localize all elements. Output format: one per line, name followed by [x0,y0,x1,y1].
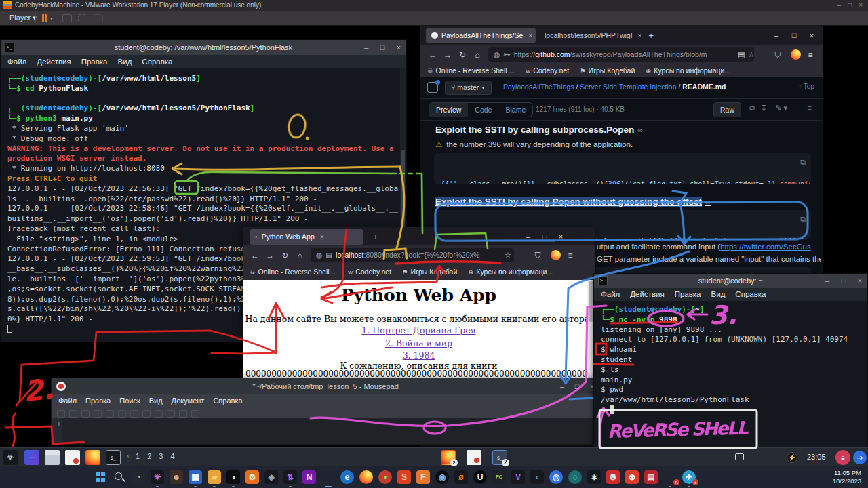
chevron-up-icon[interactable]: ＾ [125,453,131,462]
net-monitor-icon[interactable]: ◔ [130,469,146,485]
window-maximize-button[interactable]: □ [570,379,585,394]
menu-item-вид[interactable]: Вид [149,396,163,405]
menu-item-файл[interactable]: Файл [7,58,26,66]
f-app-icon[interactable]: F [415,469,431,485]
onenote-icon[interactable]: N [301,469,317,485]
terminal-titlebar[interactable]: >_ student@codeby: /var/www/html/lesson5… [1,40,406,55]
link-icon[interactable]: ∞ [637,126,643,134]
file-manager-icon[interactable] [45,450,60,465]
power-manager-icon[interactable]: ⚡ [787,452,797,463]
s-app-icon[interactable]: S [396,469,412,485]
view-tab-preview[interactable]: Preview [429,103,468,117]
book-link[interactable]: 1. Портрет Дориана Грея [243,325,595,336]
window-maximize-button[interactable]: □ [375,40,390,55]
url-bar[interactable]: ◍🗝https://github.com/swisskyrepo/Payload… [488,47,754,62]
tracking-shield-icon[interactable]: ⛉ [531,249,545,262]
menu-item-справка[interactable]: Справка [213,396,242,405]
menu-item-файл[interactable]: Файл [58,396,77,405]
window-minimize-button[interactable]: – [520,230,536,243]
new-file-icon[interactable] [57,410,65,418]
mousepad-titlebar[interactable]: *~/Рабочий стол/tmp_lesson_5 - Mousepad … [52,378,599,394]
mousepad-launcher-icon[interactable] [65,450,80,465]
kali-menu-icon[interactable]: ☣ [3,450,18,465]
menu-item-справка[interactable]: Справка [142,58,172,66]
top-link[interactable]: ↑ Top [798,83,814,90]
cinema4d-icon[interactable]: ◉ [434,469,450,485]
view-switcher[interactable]: PreviewCodeBlame [429,102,533,117]
pager-icon[interactable]: ⋯ [24,450,39,465]
firefox-account-icon[interactable] [791,49,801,60]
window-minimize-button[interactable]: – [820,273,835,288]
copy-icon[interactable]: ⧉ [800,214,806,224]
tab-close-icon[interactable]: × [638,31,641,39]
vscode-icon[interactable]: ‹ [529,469,545,485]
save-icon[interactable] [81,410,90,418]
vm-sendkeys-icon[interactable] [62,14,72,22]
forward-icon[interactable]: → [441,48,454,62]
terminal-titlebar[interactable]: >_ student@codeby: ~ – □ × [594,274,867,288]
bookmark-item[interactable]: wCodeby.net [348,268,391,276]
back-icon[interactable]: ← [248,249,262,262]
link-icon[interactable]: ∞ [705,198,711,206]
outline-icon[interactable]: ≡ [808,104,812,112]
info-icon[interactable]: ◍ [316,248,322,262]
copy-icon[interactable] [155,410,163,418]
new-tab-button[interactable]: + [644,29,658,43]
tracking-shield-icon[interactable]: ⛉ [771,48,785,62]
book-links[interactable]: 1. Портрет Дориана Грея2. Война и мир3. … [243,325,595,363]
workspace-switcher[interactable]: 1 2 3 4 [136,452,178,460]
download-icon[interactable]: ↧ [761,104,767,113]
pin-app-icon[interactable]: ◎ [548,469,564,485]
breadcrumb-repo-link[interactable]: PayloadsAllTheThings [503,83,574,91]
settings-red2-icon[interactable]: ⊛ [624,469,640,485]
task-firefox[interactable]: 2 [441,450,456,465]
raw-button[interactable]: Raw [713,102,741,117]
file-icon[interactable] [427,82,438,93]
menu-hamburger-icon[interactable]: ≡ [804,48,817,62]
tab-close-icon[interactable]: × [528,31,532,39]
vm-clock[interactable]: 23:05 [807,453,826,461]
vmware-maximize-button[interactable]: □ [848,1,852,9]
firefox-launcher-icon[interactable] [85,450,100,465]
task-mousepad[interactable] [467,450,481,465]
bookmark-item[interactable]: ⊕Курсы по информаци... [468,268,553,276]
window-minimize-button[interactable]: – [555,379,570,394]
task-terminal[interactable]: $_2 [492,450,507,465]
fc-editor-icon[interactable]: FC [491,469,507,485]
view-tab-code[interactable]: Code [468,103,498,117]
home-icon[interactable]: ⌂ [293,249,307,262]
tab-payloadsallthethings[interactable]: PayloadsAllTheThings/Se× [426,28,536,43]
open-file-icon[interactable] [69,410,77,418]
back-icon[interactable]: ← [426,48,439,62]
vm-fullscreen-icon[interactable] [78,14,87,22]
heading-popen-offset[interactable]: Exploit the SSTI by calling Popen withou… [435,197,711,207]
firefox-account-icon[interactable] [551,250,561,260]
vmware-icon[interactable]: ⚙ [244,469,260,485]
window-close-button[interactable]: × [391,40,406,55]
camera-icon[interactable]: ◑ [225,469,241,485]
copy-raw-icon[interactable]: ⧉ [749,104,755,113]
bookmark-item[interactable]: ⚑Игры Кодебай [402,268,457,276]
heading-subprocess-popen[interactable]: Exploit the SSTI by calling subprocess.P… [435,125,643,135]
reload-icon[interactable]: ↻ [456,48,469,62]
menu-item-документ[interactable]: Документ [172,396,205,405]
window-list-icon[interactable] [735,453,744,460]
url-bar[interactable]: ◍▤localhost:8080/index?book={%%20for%20x… [311,248,514,262]
close-file-icon[interactable] [106,410,114,418]
menu-item-правка[interactable]: Правка [85,396,111,405]
shield-icon[interactable]: ◍ [494,47,500,62]
bookmark-item[interactable]: ⚑Игры Кодебай [580,66,635,75]
window-minimize-button[interactable]: – [359,40,374,55]
cut-icon[interactable] [142,410,151,418]
menu-item-поиск[interactable]: Поиск [119,396,140,405]
edit-pencil-icon[interactable]: ✎ ▾ [775,104,787,113]
redo-icon[interactable] [130,410,138,418]
replace-icon[interactable] [191,410,199,418]
menu-item-вид[interactable]: Вид [118,58,132,66]
book-link[interactable]: 2. Война и мир [243,338,595,348]
clock-widget-icon[interactable]: ✳ [149,469,165,485]
undo-icon[interactable] [118,410,126,418]
mousepad-editor[interactable]: 1 {% for x in ().__class__.__base__.__su… [52,418,599,444]
windows-clock[interactable]: 11:05 PM 10/2/2023 [833,469,861,485]
menu-hamburger-icon[interactable]: ≡ [564,249,577,262]
